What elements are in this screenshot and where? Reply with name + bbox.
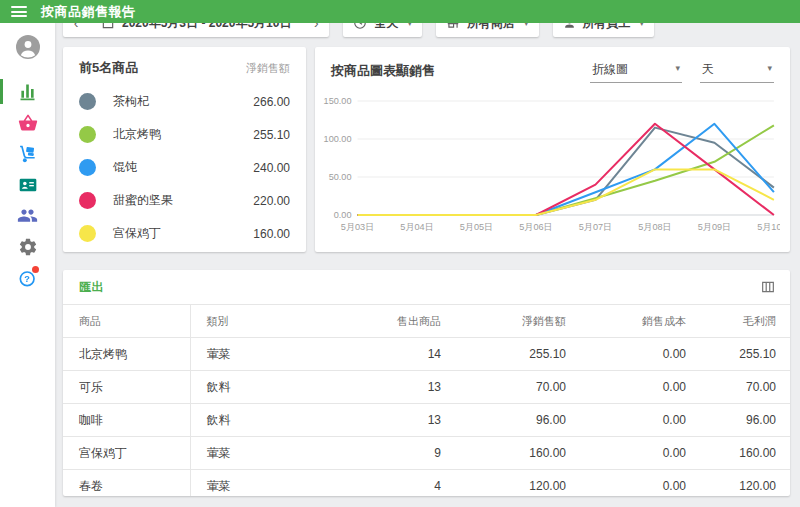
list-item: 馄饨 240.00 (79, 151, 290, 184)
table-row[interactable]: 可乐 飲料 13 70.00 0.00 70.00 (63, 371, 790, 404)
sales-by-item-table: 商品 類別 售出商品 淨銷售額 銷售成本 毛利潤 北京烤鸭 葷菜 14 255.… (63, 304, 790, 496)
sales-line-chart: 0.0050.00100.00150.005月03日5月04日5月05日5月06… (321, 91, 780, 243)
list-item: 茶枸杞 266.00 (79, 85, 290, 118)
shopping-basket-icon (18, 113, 38, 133)
product-net-sales: 240.00 (253, 161, 290, 175)
svg-text:5月10日: 5月10日 (757, 222, 780, 232)
cell-net-sales: 160.00 (455, 437, 580, 470)
cell-cost: 0.00 (580, 371, 700, 404)
table-row[interactable]: 北京烤鸭 葷菜 14 255.10 0.00 255.10 (63, 338, 790, 371)
cell-item: 北京烤鸭 (63, 338, 190, 371)
product-color-dot (79, 126, 96, 143)
hamburger-menu-icon[interactable] (11, 6, 27, 17)
chart-type-value: 折線圖 (592, 62, 628, 76)
sidebar-item-inventory[interactable] (0, 138, 55, 169)
table-row[interactable]: 春卷 葷菜 4 120.00 0.00 120.00 (63, 470, 790, 497)
avatar[interactable] (16, 35, 40, 59)
column-header-profit: 毛利潤 (700, 305, 790, 338)
top-products-title: 前5名商品 (79, 59, 138, 77)
cell-cost: 0.00 (580, 404, 700, 437)
notification-badge (32, 266, 39, 273)
user-avatar-icon (16, 35, 40, 59)
cell-item: 春卷 (63, 470, 190, 497)
cell-cost: 0.00 (580, 338, 700, 371)
sidebar-item-settings[interactable] (0, 231, 55, 262)
sidebar-item-help[interactable]: ? (0, 262, 55, 293)
cell-category: 飲料 (190, 371, 335, 404)
product-name: 甜蜜的坚果 (113, 192, 253, 209)
product-color-dot (79, 159, 96, 176)
product-color-dot (79, 93, 96, 110)
cell-item: 宫保鸡丁 (63, 437, 190, 470)
cell-profit: 255.10 (700, 338, 790, 371)
cell-items-sold: 14 (335, 338, 455, 371)
cell-net-sales: 255.10 (455, 338, 580, 371)
column-header-cost: 銷售成本 (580, 305, 700, 338)
sidebar-item-items[interactable] (0, 107, 55, 138)
cell-net-sales: 120.00 (455, 470, 580, 497)
cell-category: 飲料 (190, 404, 335, 437)
bar-chart-icon (17, 81, 38, 102)
cell-profit: 160.00 (700, 437, 790, 470)
series-line (358, 169, 774, 215)
svg-text:?: ? (24, 274, 30, 284)
export-button[interactable]: 匯出 (79, 279, 104, 296)
product-net-sales: 255.10 (253, 128, 290, 142)
product-name: 馄饨 (113, 159, 253, 176)
chevron-down-icon: ▾ (675, 63, 680, 73)
cell-profit: 120.00 (700, 470, 790, 497)
list-item: 北京烤鸭 255.10 (79, 118, 290, 151)
view-columns-icon (760, 279, 776, 295)
cell-items-sold: 13 (335, 371, 455, 404)
cell-items-sold: 9 (335, 437, 455, 470)
cell-profit: 70.00 (700, 371, 790, 404)
column-chooser-button[interactable] (760, 279, 776, 295)
page-title: 按商品銷售報告 (41, 3, 136, 21)
product-net-sales: 160.00 (253, 227, 290, 241)
product-name: 宫保鸡丁 (113, 225, 253, 242)
product-color-dot (79, 192, 96, 209)
cell-category: 葷菜 (190, 338, 335, 371)
series-line (358, 128, 774, 215)
svg-text:50.00: 50.00 (329, 172, 352, 182)
table-row[interactable]: 咖啡 飲料 13 96.00 0.00 96.00 (63, 404, 790, 437)
cell-item: 咖啡 (63, 404, 190, 437)
column-header-item: 商品 (63, 305, 190, 338)
hand-truck-icon (18, 144, 38, 164)
sidebar-item-employees[interactable] (0, 200, 55, 231)
granularity-select[interactable]: 天 ▾ (700, 59, 774, 83)
svg-text:100.00: 100.00 (324, 134, 352, 144)
main-content: ‹ 2020年5月3日 - 2020年5月10日 › 全天 ▾ 所有商店 ▾ (55, 0, 800, 496)
net-sales-header: 淨銷售額 (246, 61, 290, 76)
chevron-down-icon: ▾ (767, 63, 772, 73)
table-header-row: 商品 類別 售出商品 淨銷售額 銷售成本 毛利潤 (63, 305, 790, 338)
cell-category: 葷菜 (190, 437, 335, 470)
cell-cost: 0.00 (580, 437, 700, 470)
svg-text:5月03日: 5月03日 (341, 222, 374, 232)
top-products-list: 茶枸杞 266.00 北京烤鸭 255.10 馄饨 240.00 甜蜜的坚果 2… (63, 81, 306, 250)
cell-category: 葷菜 (190, 470, 335, 497)
gear-icon (18, 237, 38, 257)
table-row[interactable]: 宫保鸡丁 葷菜 9 160.00 0.00 160.00 (63, 437, 790, 470)
app-bar: 按商品銷售報告 (0, 0, 800, 23)
svg-text:150.00: 150.00 (324, 96, 352, 106)
cell-items-sold: 13 (335, 404, 455, 437)
list-item: 宫保鸡丁 160.00 (79, 217, 290, 250)
svg-text:5月07日: 5月07日 (579, 222, 612, 232)
sidebar: ? (0, 23, 55, 507)
sidebar-item-reports[interactable] (0, 76, 55, 107)
chart-title: 按商品圖表顯銷售 (331, 62, 435, 80)
chart-type-select[interactable]: 折線圖 ▾ (590, 59, 682, 83)
granularity-value: 天 (702, 62, 714, 76)
svg-text:5月04日: 5月04日 (400, 222, 433, 232)
top-products-card: 前5名商品 淨銷售額 茶枸杞 266.00 北京烤鸭 255.10 馄饨 240 (63, 47, 306, 252)
cell-net-sales: 96.00 (455, 404, 580, 437)
column-header-net-sales: 淨銷售額 (455, 305, 580, 338)
cell-profit: 96.00 (700, 404, 790, 437)
svg-text:5月06日: 5月06日 (519, 222, 552, 232)
svg-text:5月08日: 5月08日 (638, 222, 671, 232)
sidebar-item-customers[interactable] (0, 169, 55, 200)
summary-row: 前5名商品 淨銷售額 茶枸杞 266.00 北京烤鸭 255.10 馄饨 240 (63, 47, 790, 252)
svg-text:0.00: 0.00 (334, 210, 352, 220)
sales-chart-card: 按商品圖表顯銷售 折線圖 ▾ 天 ▾ 0.0050.00100.00150.00… (315, 47, 790, 252)
